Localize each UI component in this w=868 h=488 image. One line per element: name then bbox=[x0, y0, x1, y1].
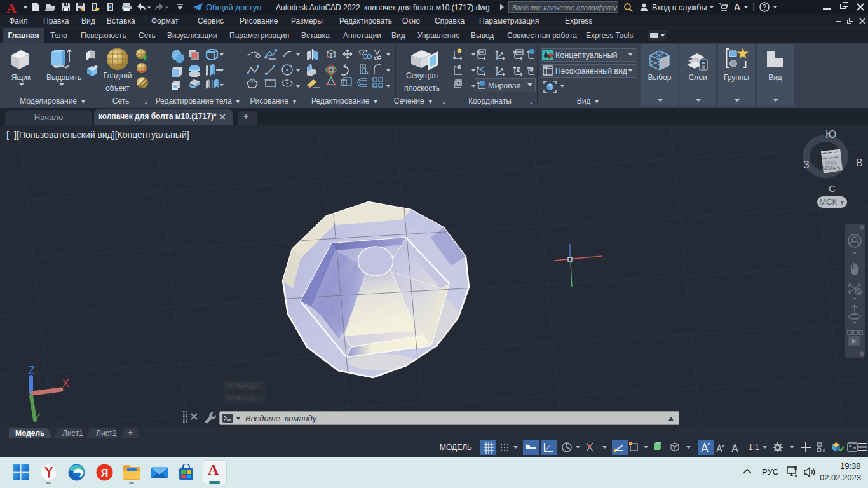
svg-text:x: x bbox=[458, 64, 461, 69]
svg-text:3: 3 bbox=[530, 66, 533, 72]
svg-text:X: X bbox=[62, 378, 69, 389]
svg-text:?: ? bbox=[763, 3, 766, 11]
svg-text:Z: Z bbox=[28, 364, 35, 377]
svg-text:1:1: 1:1 bbox=[749, 443, 759, 452]
svg-text:СНИЗУ: СНИЗУ bbox=[822, 165, 841, 172]
svg-text:Z: Z bbox=[517, 66, 520, 72]
svg-text:Я: Я bbox=[101, 468, 109, 478]
